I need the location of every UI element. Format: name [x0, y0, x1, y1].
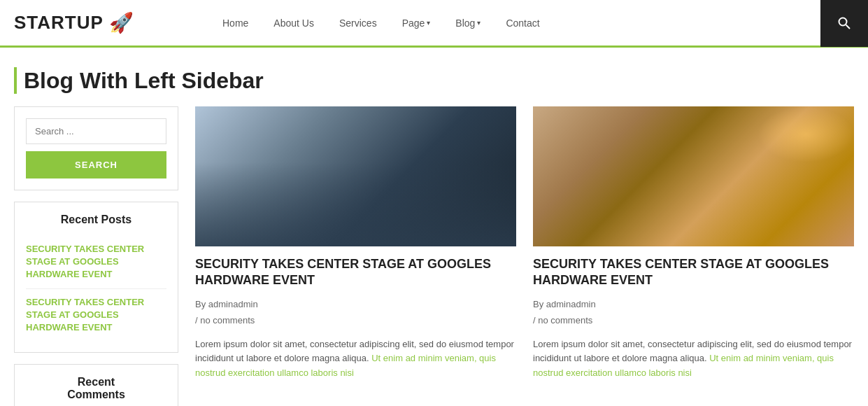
search-input[interactable] — [26, 118, 166, 144]
nav-item-about[interactable]: About Us — [261, 0, 327, 47]
title-accent-bar — [14, 67, 17, 94]
main-content: SECURITY TAKES CENTER STAGE AT GOOGLES H… — [195, 106, 854, 381]
sidebar-search-widget: SEARCH — [14, 106, 178, 190]
nav-search-button[interactable] — [820, 0, 868, 47]
article-meta-2: By adminadmin / no comments — [533, 296, 854, 329]
article-card-1: SECURITY TAKES CENTER STAGE AT GOOGLES H… — [195, 106, 516, 381]
article-comments-1: / no comments — [195, 315, 255, 326]
page-dropdown-arrow: ▾ — [427, 19, 430, 27]
article-title-2: SECURITY TAKES CENTER STAGE AT GOOGLES H… — [533, 256, 854, 289]
nav-item-services[interactable]: Services — [327, 0, 390, 47]
nav-item-home[interactable]: Home — [210, 0, 261, 47]
recent-comments-widget: RecentComments — [14, 364, 178, 406]
content-layout: SEARCH Recent Posts SECURITY TAKES CENTE… — [14, 106, 854, 406]
article-body-1: SECURITY TAKES CENTER STAGE AT GOOGLES H… — [195, 246, 516, 381]
article-excerpt-2: Lorem ipsum dolor sit amet, consectetur … — [533, 337, 854, 381]
search-icon — [837, 16, 851, 30]
page-title-section: Blog With Left Sidebar — [14, 48, 854, 106]
svg-line-1 — [846, 24, 851, 29]
sidebar: SEARCH Recent Posts SECURITY TAKES CENTE… — [14, 106, 178, 406]
article-comments-2: / no comments — [533, 315, 592, 326]
recent-posts-widget: Recent Posts SECURITY TAKES CENTER STAGE… — [14, 202, 178, 353]
article-author-prefix-1: By — [195, 299, 206, 309]
article-card-2: SECURITY TAKES CENTER STAGE AT GOOGLES H… — [533, 106, 854, 381]
article-title-1: SECURITY TAKES CENTER STAGE AT GOOGLES H… — [195, 256, 516, 289]
list-item: SECURITY TAKES CENTER STAGE AT GOOGLES H… — [26, 289, 166, 342]
search-button[interactable]: SEARCH — [26, 151, 166, 178]
article-author-prefix-2: By — [533, 299, 543, 309]
recent-posts-title: Recent Posts — [26, 214, 166, 226]
article-image-1 — [195, 106, 516, 246]
article-meta-1: By adminadmin / no comments — [195, 296, 516, 329]
brand-name: STARTUP — [14, 12, 104, 34]
nav-links: Home About Us Services Page ▾ Blog ▾ Con… — [210, 0, 820, 47]
article-author-2: adminadmin — [546, 299, 596, 309]
recent-comments-title: RecentComments — [26, 376, 166, 401]
recent-post-link-1[interactable]: SECURITY TAKES CENTER STAGE AT GOOGLES H… — [26, 243, 166, 281]
navbar: STARTUP 🚀 Home About Us Services Page ▾ … — [0, 0, 868, 48]
brand: STARTUP 🚀 — [0, 11, 210, 34]
nav-item-blog[interactable]: Blog ▾ — [443, 0, 493, 47]
rocket-icon: 🚀 — [109, 11, 134, 34]
page-title: Blog With Left Sidebar — [24, 68, 264, 94]
blog-dropdown-arrow: ▾ — [477, 19, 481, 27]
nav-item-contact[interactable]: Contact — [493, 0, 552, 47]
article-excerpt-1: Lorem ipsum dolor sit amet, consectetur … — [195, 337, 516, 381]
recent-post-link-2[interactable]: SECURITY TAKES CENTER STAGE AT GOOGLES H… — [26, 296, 166, 335]
article-image-2 — [533, 106, 854, 246]
nav-item-page[interactable]: Page ▾ — [390, 0, 443, 47]
article-author-1: adminadmin — [208, 299, 258, 309]
page-wrapper: Blog With Left Sidebar SEARCH Recent Pos… — [0, 48, 868, 406]
svg-point-0 — [839, 18, 847, 25]
list-item: SECURITY TAKES CENTER STAGE AT GOOGLES H… — [26, 236, 166, 289]
article-body-2: SECURITY TAKES CENTER STAGE AT GOOGLES H… — [533, 246, 854, 381]
